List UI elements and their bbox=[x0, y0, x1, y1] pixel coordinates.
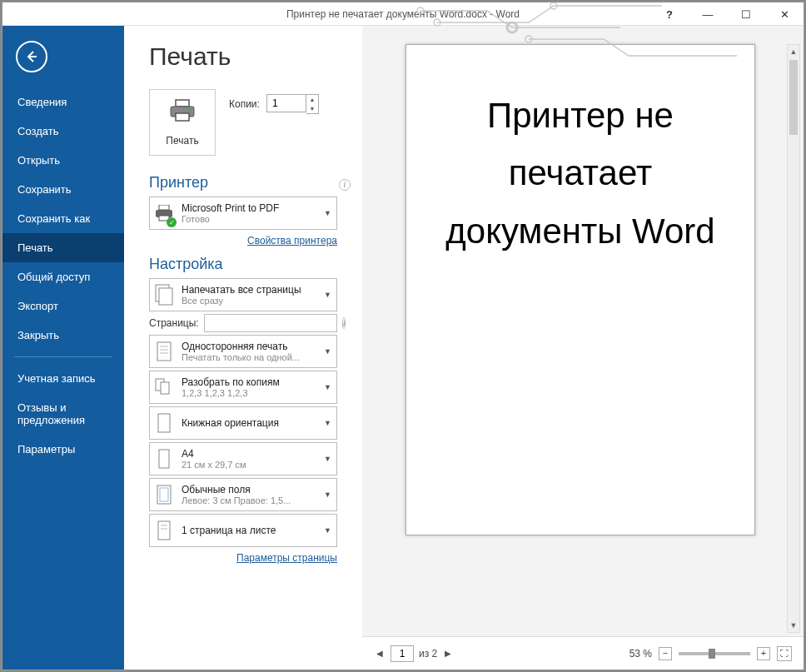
sidebar-item-label: Учетная запись bbox=[17, 372, 96, 385]
sides-select[interactable]: Односторонняя печать Печатать только на … bbox=[149, 335, 337, 368]
help-button[interactable]: ? bbox=[650, 2, 689, 26]
main-panel: Печать Печать Копии: ▲ bbox=[124, 26, 804, 670]
sidebar-item-label: Создать bbox=[17, 125, 58, 137]
sidebar-divider bbox=[14, 356, 112, 357]
close-button[interactable]: ✕ bbox=[765, 2, 804, 26]
preview-page: Принтер не печатает документы Word bbox=[405, 44, 755, 535]
chevron-down-icon: ▼ bbox=[324, 291, 331, 299]
dd-title: Напечатать все страницы bbox=[182, 284, 317, 296]
sidebar-item-print[interactable]: Печать bbox=[2, 233, 124, 262]
printer-status: Готово bbox=[182, 214, 317, 224]
sidebar-item-info[interactable]: Сведения bbox=[2, 87, 124, 117]
content-area: Сведения Создать Открыть Сохранить Сохра… bbox=[2, 26, 804, 670]
print-action-row: Печать Копии: ▲ ▼ bbox=[149, 89, 351, 156]
svg-rect-19 bbox=[161, 382, 169, 394]
info-icon[interactable]: i bbox=[339, 179, 351, 191]
printer-name: Microsoft Print to PDF bbox=[182, 202, 317, 214]
zoom-slider[interactable] bbox=[679, 652, 750, 655]
copies-spinner: ▲ ▼ bbox=[266, 94, 319, 114]
sidebar-item-account[interactable]: Учетная запись bbox=[2, 364, 124, 393]
back-button[interactable] bbox=[16, 41, 47, 72]
backstage-sidebar: Сведения Создать Открыть Сохранить Сохра… bbox=[2, 26, 124, 670]
sidebar-item-new[interactable]: Создать bbox=[2, 117, 124, 146]
page-count-label: из 2 bbox=[419, 648, 437, 660]
scroll-thumb[interactable] bbox=[789, 60, 798, 135]
margins-icon bbox=[153, 482, 175, 507]
svg-rect-20 bbox=[158, 414, 170, 432]
dd-title: A4 bbox=[182, 448, 317, 460]
svg-rect-24 bbox=[158, 521, 170, 540]
copies-down[interactable]: ▼ bbox=[306, 104, 318, 113]
print-range-select[interactable]: Напечатать все страницы Все сразу ▼ bbox=[149, 278, 337, 311]
sidebar-item-share[interactable]: Общий доступ bbox=[2, 262, 124, 291]
print-settings-column: Печать Печать Копии: ▲ bbox=[124, 26, 362, 670]
next-page-button[interactable]: ▶ bbox=[442, 649, 454, 658]
sidebar-item-close[interactable]: Закрыть bbox=[2, 321, 124, 350]
sidebar-item-options[interactable]: Параметры bbox=[2, 435, 124, 464]
dd-sub: Левое: 3 см Правое: 1,5... bbox=[182, 495, 317, 505]
fit-to-window-button[interactable]: ⛶ bbox=[777, 646, 792, 661]
printer-icon bbox=[168, 99, 197, 128]
maximize-button[interactable]: ☐ bbox=[727, 2, 765, 26]
copies-input[interactable] bbox=[266, 94, 306, 112]
dd-sub: Все сразу bbox=[182, 296, 317, 306]
print-button-label: Печать bbox=[166, 135, 198, 147]
sidebar-item-save[interactable]: Сохранить bbox=[2, 175, 124, 204]
zoom-in-button[interactable]: + bbox=[757, 647, 770, 660]
sidebar-item-export[interactable]: Экспорт bbox=[2, 291, 124, 321]
paper-size-select[interactable]: A4 21 см x 29,7 см ▼ bbox=[149, 442, 337, 475]
printer-properties-link[interactable]: Свойства принтера bbox=[247, 235, 337, 246]
printer-icon: ✓ bbox=[153, 201, 175, 226]
print-button[interactable]: Печать bbox=[149, 89, 216, 156]
sidebar-item-feedback[interactable]: Отзывы и предложения bbox=[2, 393, 124, 435]
sidebar-item-open[interactable]: Открыть bbox=[2, 146, 124, 175]
minimize-button[interactable]: — bbox=[689, 2, 727, 26]
copies-label: Копии: bbox=[229, 98, 260, 110]
copies-up[interactable]: ▲ bbox=[306, 95, 318, 104]
sidebar-item-label: Общий доступ bbox=[17, 271, 90, 283]
pages-per-sheet-select[interactable]: 1 страница на листе ▼ bbox=[149, 514, 337, 547]
sidebar-item-saveas[interactable]: Сохранить как bbox=[2, 204, 124, 233]
zoom-out-button[interactable]: − bbox=[659, 647, 672, 660]
dd-title: Разобрать по копиям bbox=[182, 376, 317, 388]
scroll-down[interactable]: ▼ bbox=[788, 619, 799, 632]
chevron-down-icon: ▼ bbox=[324, 419, 331, 427]
printer-heading: Принтер bbox=[149, 174, 208, 192]
single-side-icon bbox=[153, 339, 175, 364]
printer-select[interactable]: ✓ Microsoft Print to PDF Готово ▼ bbox=[149, 197, 337, 230]
sidebar-item-label: Открыть bbox=[17, 154, 60, 167]
page-setup-link[interactable]: Параметры страницы bbox=[236, 552, 337, 564]
titlebar: Принтер не печатает документы Word.docx … bbox=[2, 2, 804, 26]
chevron-down-icon: ▼ bbox=[324, 347, 331, 356]
zoom-level: 53 % bbox=[629, 648, 652, 660]
window-controls: ? — ☐ ✕ bbox=[650, 2, 804, 26]
orientation-select[interactable]: Книжная ориентация ▼ bbox=[149, 406, 337, 440]
preview-footer: ◀ из 2 ▶ 53 % − + ⛶ bbox=[362, 636, 804, 670]
scroll-up[interactable]: ▲ bbox=[788, 45, 799, 58]
zoom-slider-thumb[interactable] bbox=[709, 649, 715, 659]
sidebar-item-label: Сохранить bbox=[17, 183, 72, 196]
sidebar-item-label: Сохранить как bbox=[17, 212, 90, 225]
sidebar-item-label: Параметры bbox=[17, 443, 75, 455]
dd-title: Книжная ориентация bbox=[182, 417, 317, 429]
print-preview: Принтер не печатает документы Word ▲ ▼ ◀… bbox=[362, 26, 804, 670]
collate-icon bbox=[153, 375, 175, 400]
pages-input[interactable] bbox=[204, 314, 337, 332]
dd-title: Обычные поля bbox=[182, 484, 317, 495]
preview-scrollbar[interactable]: ▲ ▼ bbox=[787, 44, 800, 633]
chevron-down-icon: ▼ bbox=[324, 490, 331, 499]
svg-point-3 bbox=[550, 2, 557, 9]
copies-group: Копии: ▲ ▼ bbox=[229, 89, 319, 114]
chevron-down-icon: ▼ bbox=[324, 455, 331, 463]
prev-page-button[interactable]: ◀ bbox=[374, 649, 386, 658]
sidebar-item-label: Печать bbox=[17, 241, 53, 254]
collate-select[interactable]: Разобрать по копиям 1,2,3 1,2,3 1,2,3 ▼ bbox=[149, 371, 337, 404]
info-icon[interactable]: i bbox=[342, 317, 346, 329]
current-page-input[interactable] bbox=[391, 645, 414, 662]
sidebar-item-label: Экспорт bbox=[17, 300, 58, 312]
app-window: Принтер не печатает документы Word.docx … bbox=[2, 2, 804, 670]
margins-select[interactable]: Обычные поля Левое: 3 см Правое: 1,5... … bbox=[149, 478, 337, 511]
pages-stack-icon bbox=[153, 282, 175, 307]
pages-label: Страницы: bbox=[149, 317, 199, 329]
settings-heading: Настройка bbox=[149, 256, 351, 273]
